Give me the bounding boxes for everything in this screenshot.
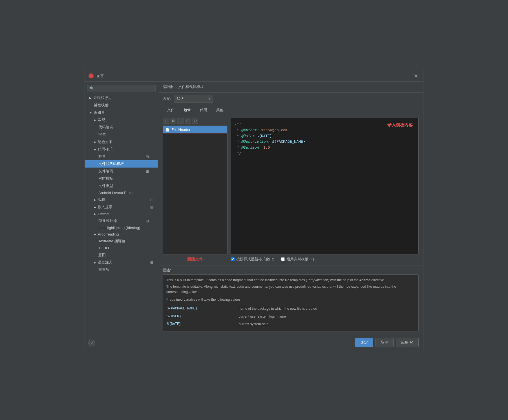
reformat-checkbox-input[interactable] <box>231 257 235 261</box>
desc-para2: The template is editable. Along with sta… <box>166 284 415 295</box>
new-file-label: 新建文件 <box>163 254 228 263</box>
sidebar-item-label: 配色方案 <box>98 139 112 144</box>
badge-icon: ⊞ <box>150 198 153 202</box>
sidebar-item-code-style[interactable]: ▶ 代码样式 <box>85 146 158 153</box>
sidebar-item-file-templates[interactable]: 文件和代码模板 <box>85 160 158 168</box>
breadcrumb-parent: 编辑器 <box>163 84 174 89</box>
sidebar-item-editor[interactable]: ▼ 编辑器 <box>85 109 158 116</box>
cancel-button[interactable]: 取消 <box>376 338 394 347</box>
sidebar-item-textmate[interactable]: TextMate 捆绑包 <box>85 238 158 245</box>
arrow-icon: ▶ <box>89 96 92 100</box>
description-section: 描述: This is a built-in template. It cont… <box>158 265 423 335</box>
template-list: 📄 File Header <box>163 126 228 254</box>
sidebar-item-appearance[interactable]: ▶ 外观和行为 <box>85 94 158 102</box>
help-button[interactable]: ? <box>88 340 95 346</box>
sidebar-item-android-layout[interactable]: Android Layout Editor <box>85 190 158 196</box>
reformat-checkbox[interactable]: 按照样式重新格式化(R) <box>231 257 274 262</box>
app-icon: I <box>88 73 94 79</box>
badge-icon: ⊞ <box>150 205 153 209</box>
sidebar-item-live-templates[interactable]: 实时模板 <box>85 175 158 182</box>
copy-button[interactable]: ⧉ <box>170 118 176 124</box>
sidebar-item-label: 外观和行为 <box>93 95 112 100</box>
svg-point-0 <box>89 73 94 78</box>
arrow-icon: ▶ <box>94 206 96 209</box>
arrow-icon: ▶ <box>94 233 96 236</box>
tab-other[interactable]: 其他 <box>212 105 228 115</box>
sidebar-item-log-highlighting[interactable]: Log Highlighting (Ideolog) <box>85 225 158 231</box>
settings-dialog: I 设置 ✕ ▶ 外观和行为 键盘映射 ▼ 编辑器 ▶ 常规 <box>85 70 423 350</box>
sidebar-item-lang-injection[interactable]: ▶ 语言注入 ⊞ <box>85 259 158 266</box>
sidebar-item-inspections[interactable]: 检查 ⊞ <box>85 153 158 160</box>
sidebar-item-color-scheme[interactable]: ▶ 配色方案 <box>85 138 158 146</box>
template-item-label: File Header <box>171 127 190 132</box>
arrow-icon: ▶ <box>94 140 96 144</box>
desc-text3: directive. <box>370 278 385 282</box>
tab-files[interactable]: 文件 <box>163 105 179 115</box>
description-box: This is a built-in template. It contains… <box>163 274 419 331</box>
badge-icon: ⊞ <box>146 219 149 223</box>
add-button[interactable]: + <box>163 118 169 124</box>
remove-button[interactable]: − <box>177 118 184 124</box>
ok-button[interactable]: 确定 <box>355 338 373 347</box>
sidebar-item-label: TextMate 捆绑包 <box>98 239 125 244</box>
sidebar-item-todo[interactable]: TODO <box>85 245 158 251</box>
sidebar-item-file-types[interactable]: 文件类型 <box>85 182 158 190</box>
code-editor[interactable]: 录入模板内容 /** * @Auther: stc66@qq.com * @Da… <box>231 118 419 254</box>
reset-button[interactable]: ↩ <box>192 118 198 124</box>
table-row: ${DATE} current system date <box>167 321 414 328</box>
chevron-down-icon: ▼ <box>208 97 211 100</box>
close-button[interactable]: ✕ <box>412 72 420 80</box>
sidebar-item-proofreading[interactable]: ▶ Proofreading <box>85 231 158 238</box>
main-content: ▶ 外观和行为 键盘映射 ▼ 编辑器 ▶ 常规 代码编辑 字体 ▶ 配色 <box>85 82 423 335</box>
sidebar-item-label: 意图 <box>98 252 106 258</box>
scheme-dropdown[interactable]: 默认 ▼ <box>174 95 213 103</box>
desc-text2: tab) with the help of the <box>323 278 359 282</box>
apply-button[interactable]: 应用(A) <box>396 338 419 347</box>
sidebar-item-label: 编辑器 <box>94 110 105 115</box>
sidebar-item-intention[interactable]: 意图 <box>85 251 158 259</box>
breadcrumb-current: 文件和代码模板 <box>178 84 204 89</box>
live-template-checkbox-input[interactable] <box>281 257 285 261</box>
desc-para3: Predefined variables will take the follo… <box>166 297 415 302</box>
arrow-icon: ▼ <box>89 111 92 114</box>
sidebar-item-embed-hints[interactable]: ▶ 嵌入提示 ⊞ <box>85 203 158 211</box>
badge-icon: ⊞ <box>146 169 149 173</box>
desc-text4: The template is editable. Along with sta… <box>166 285 396 294</box>
sidebar-item-code-editing[interactable]: 代码编辑 <box>85 124 158 131</box>
desc-para1: This is a built-in template. It contains… <box>166 278 415 283</box>
template-item-file-header[interactable]: 📄 File Header <box>163 126 227 133</box>
live-template-checkbox[interactable]: 启用实时模板 (L) <box>281 257 314 262</box>
sidebar-item-label: TODO <box>98 246 109 250</box>
var-key-2: ${DATE} <box>167 321 238 328</box>
sidebar-item-font[interactable]: 字体 <box>85 131 158 138</box>
title-bar: I 设置 ✕ <box>85 70 423 82</box>
arrow-icon: ▶ <box>94 118 96 122</box>
sidebar-item-emmet[interactable]: ▶ Emmet <box>85 211 158 217</box>
var-val-0: name of the package in which the new fil… <box>239 305 414 312</box>
sidebar-item-repeating[interactable]: 重复项 <box>85 266 158 273</box>
desc-bold1: #parse <box>359 278 370 282</box>
sidebar-item-file-encoding[interactable]: 文件编码 ⊞ <box>85 168 158 175</box>
sidebar-item-label: 语言注入 <box>98 260 112 265</box>
sidebar-item-copyright[interactable]: ▶ 版权 ⊞ <box>85 196 158 203</box>
description-title: 描述: <box>163 265 419 274</box>
breadcrumb-sep: › <box>175 85 176 89</box>
duplicate-button[interactable]: □ <box>185 118 191 124</box>
right-panel: 编辑器 › 文件和代码模板 方案: 默认 ▼ 文件 包含 <box>158 82 423 335</box>
sidebar: ▶ 外观和行为 键盘映射 ▼ 编辑器 ▶ 常规 代码编辑 字体 ▶ 配色 <box>85 82 158 335</box>
sidebar-item-gui-designer[interactable]: GUI 设计器 ⊞ <box>85 217 158 225</box>
sidebar-item-keyboard[interactable]: 键盘映射 <box>85 102 158 109</box>
editor-label: 录入模板内容 <box>387 122 413 128</box>
var-key-1: ${USER} <box>167 313 238 320</box>
tab-includes[interactable]: 包含 <box>179 105 195 115</box>
sidebar-item-general[interactable]: ▶ 常规 <box>85 116 158 124</box>
sidebar-item-label: 实时模板 <box>98 176 113 181</box>
tab-code[interactable]: 代码 <box>195 105 212 115</box>
search-input[interactable] <box>87 85 156 92</box>
table-row: ${USER} current user system login name <box>167 313 414 320</box>
sidebar-item-label: GUI 设计器 <box>98 218 117 223</box>
sidebar-item-label: 文件和代码模板 <box>98 161 124 166</box>
tabs-row: 文件 包含 代码 其他 <box>158 105 423 115</box>
scheme-label: 方案: <box>163 96 171 101</box>
sidebar-item-label: 重复项 <box>98 267 109 272</box>
